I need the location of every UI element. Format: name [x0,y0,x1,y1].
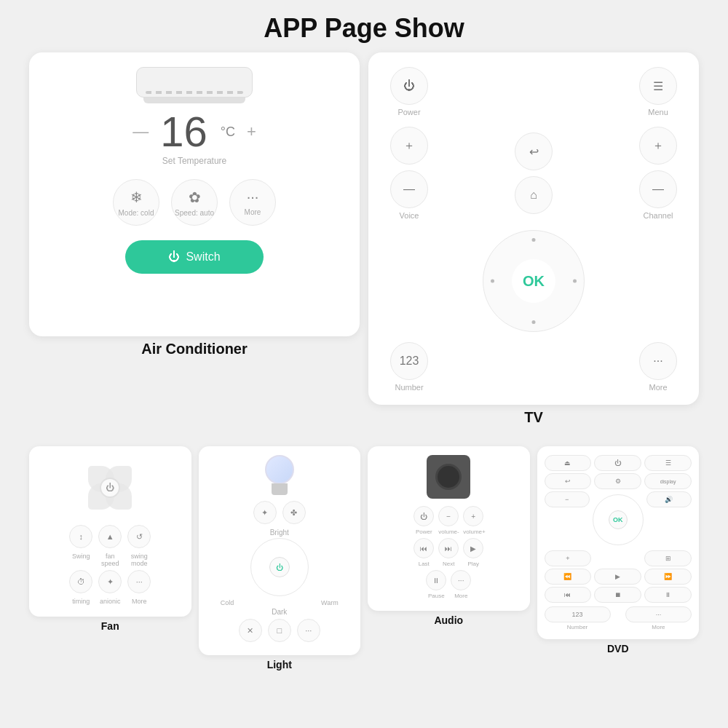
dvd-play-btn[interactable]: ▶ [594,569,641,585]
tv-number-btn[interactable]: 123 [390,342,428,380]
tv-card: ⏻ Power ☰ Menu ＋ — Voice ↩ ⌂ [368,52,699,405]
dvd-number-label: Number [545,624,611,630]
tv-power-btn[interactable]: ⏻ [390,67,428,105]
tv-back-btn[interactable]: ↩ [515,132,553,170]
light-warm-label: Warm [321,599,339,606]
dvd-card: ⏏ ⏻ ☰ ↩ ⚙ display − OK 🔊 + ⊞ [537,446,700,639]
audio-section-label: Audio [368,614,530,626]
fan-anionic-btn[interactable]: ✦ [98,570,122,593]
audio-vol-plus-btn[interactable]: + [463,506,483,526]
tv-voice-group: ＋ — Voice [390,127,428,220]
ac-temp-minus[interactable]: — [132,122,149,141]
tv-menu-btn[interactable]: ☰ [639,67,677,105]
tv-more-btn[interactable]: ··· [639,342,677,380]
audio-power-btn[interactable]: ⏻ [414,506,434,526]
ac-unit-image [129,67,260,103]
tv-ok-button[interactable]: OK [512,259,555,303]
fan-timing-label: timing [69,598,92,605]
audio-volplus-label: volume+ [463,529,483,535]
tv-voice-label: Voice [400,211,419,220]
light-more-btn[interactable]: ··· [297,619,320,642]
light-btn2[interactable]: ✤ [282,501,306,524]
tv-section-label: TV [368,409,699,426]
tv-menu-label: Menu [648,108,668,116]
dvd-ok-btn[interactable]: OK [609,510,628,529]
dvd-stop-btn[interactable]: ⏹ [594,587,641,603]
fan-swing-label: Swing [69,553,92,567]
fan-anionic-label: anionic [98,598,122,605]
dvd-display-btn[interactable]: display [644,473,692,489]
dvd-vol-btn[interactable]: 🔊 [646,491,692,507]
tv-number-label: Number [395,383,423,392]
dvd-mid-grid-1: ↩ ⚙ display [545,473,692,489]
fan-swingmode-btn[interactable]: ↺ [127,525,151,548]
bulb-base [272,483,288,495]
tv-channel-minus-btn[interactable]: — [639,170,677,208]
dvd-gear-btn[interactable]: ⚙ [594,473,641,489]
audio-more-btn[interactable]: ··· [451,570,471,590]
dvd-minus-btn[interactable]: − [545,491,590,507]
fan-swing-btn[interactable]: ↕ [69,525,92,548]
ac-temp-unit: °C [221,124,235,140]
light-dark-label: Dark [272,608,287,616]
audio-play-label: Play [463,561,483,567]
speaker-grill [435,464,462,490]
dvd-stop-grid: ⏮ ⏹ ⏸ [545,587,692,603]
dvd-pause-btn[interactable]: ⏸ [644,587,692,603]
audio-next-btn[interactable]: ⏭ [438,538,459,558]
ac-more-btn[interactable]: ··· More [229,179,276,226]
tv-voice-minus-btn[interactable]: — [390,170,428,208]
tv-home-btn[interactable]: ⌂ [515,176,553,214]
power-icon: ⏻ [168,250,180,264]
ac-temp-plus[interactable]: + [247,122,256,141]
tv-power-label: Power [397,108,420,116]
ac-card: — 16°C + Set Temperature ❄ Mode: cold ✿ … [29,52,360,336]
audio-last-label: Last [414,561,434,567]
page-title: APP Page Show [0,0,728,52]
dvd-prev-btn[interactable]: ⏮ [545,587,592,603]
tv-nav-dot-right [573,280,577,283]
dvd-rrew-btn[interactable]: ⏪ [545,569,592,585]
light-mode-btn[interactable]: ✕ [239,619,262,642]
dvd-number-btn[interactable]: 123 [545,606,611,622]
audio-last-btn[interactable]: ⏮ [414,538,434,558]
ac-temp-display: 16 [160,111,207,153]
dvd-back-btn[interactable]: ↩ [545,473,592,489]
dvd-more-label: More [625,624,692,630]
dvd-eject-btn[interactable]: ⏏ [545,455,592,471]
tv-voice-plus-btn[interactable]: ＋ [390,127,428,165]
dvd-nav-circle: OK [593,494,644,545]
audio-row-2: ⏮ ⏭ ▶ [414,538,483,558]
fan-timing-btn[interactable]: ⏱ [69,570,92,593]
fan-card: ⏻ ↕ ▲ ↺ Swing fan speed swing mode ⏱ ✦ ·… [29,446,191,617]
dvd-plus-btn[interactable]: + [545,550,592,566]
tv-menu-group: ☰ Menu [639,67,677,116]
light-power-btn[interactable]: ⏻ [269,557,290,577]
tv-more-label: More [649,383,667,392]
light-bright-label: Bright [270,529,289,537]
dvd-menu-btn[interactable]: ☰ [644,455,692,471]
ac-switch-button[interactable]: ⏻ Switch [125,240,264,274]
fan-row-1: ↕ ▲ ↺ [69,525,151,548]
light-btn1[interactable]: ✦ [253,501,277,524]
ac-speed-btn[interactable]: ✿ Speed: auto [171,179,218,226]
ac-mode-btn[interactable]: ❄ Mode: cold [113,179,159,226]
dvd-power-btn[interactable]: ⏻ [594,455,641,471]
fan-speed-label: fan speed [98,553,122,567]
light-section-label: Light [199,659,361,670]
light-scene-btn[interactable]: □ [268,619,291,642]
ac-more-label: More [245,208,261,216]
audio-pause-btn[interactable]: ⏸ [426,570,446,590]
dvd-ffwd-btn[interactable]: ⏩ [644,569,692,585]
audio-volminus-label: volume- [438,529,459,535]
fan-more-btn[interactable]: ··· [127,570,151,593]
audio-vol-minus-btn[interactable]: − [438,506,459,526]
audio-play-btn[interactable]: ▶ [463,538,483,558]
tv-nav-dot-bottom [532,320,536,324]
audio-labels-1: Power volume- volume+ [414,529,483,535]
tv-channel-plus-btn[interactable]: ＋ [639,127,677,165]
audio-labels-2: Last Next Play [414,561,483,567]
dvd-more-btn[interactable]: ··· [625,606,692,622]
fan-speed-btn[interactable]: ▲ [98,525,122,548]
dvd-grid-btn[interactable]: ⊞ [644,550,692,566]
